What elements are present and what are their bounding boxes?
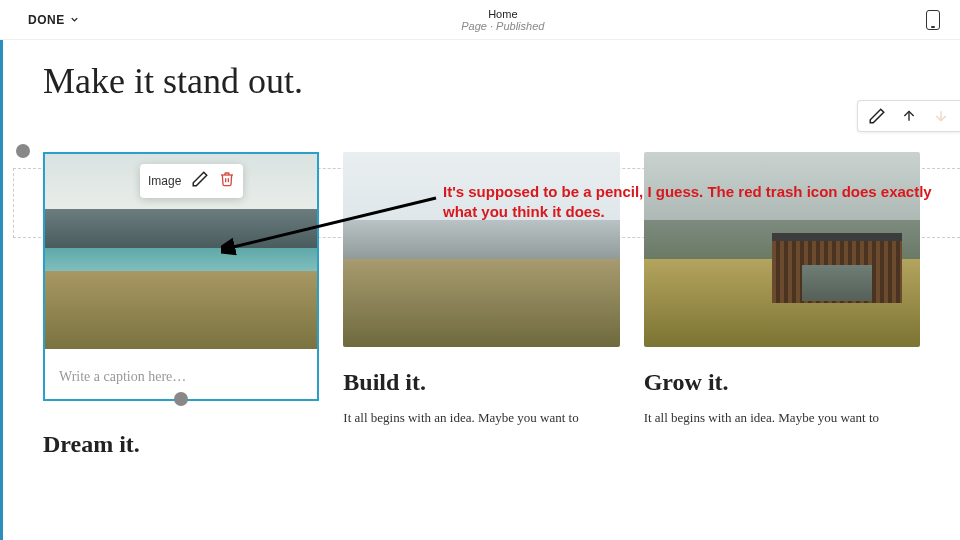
image-edit-button[interactable]: [191, 170, 209, 192]
image-toolbar-label: Image: [148, 174, 181, 188]
pencil-icon: [868, 107, 886, 125]
card-title[interactable]: Build it.: [343, 369, 619, 396]
device-mobile-icon: [926, 10, 940, 30]
page-name: Home: [461, 8, 544, 20]
image-delete-button[interactable]: [219, 171, 235, 191]
block-toolbar: [857, 100, 960, 132]
card-title[interactable]: Dream it.: [43, 431, 319, 458]
editor-canvas: Make it stand out. It's supposed to be a…: [0, 40, 960, 540]
done-label: DONE: [28, 13, 65, 27]
arrow-down-icon: [933, 108, 949, 124]
device-preview-button[interactable]: [926, 10, 940, 30]
done-button[interactable]: DONE: [28, 13, 80, 27]
resize-handle-bottom[interactable]: [174, 392, 188, 406]
page-status: Page · Published: [461, 20, 544, 32]
annotation-text: It's supposed to be a pencil, I guess. T…: [443, 182, 940, 223]
arrow-up-icon: [901, 108, 917, 124]
resize-handle-left[interactable]: [16, 144, 30, 158]
editor-topbar: DONE Home Page · Published: [0, 0, 960, 40]
image-toolbar: Image: [140, 164, 243, 198]
svg-line-2: [229, 198, 436, 248]
chevron-down-icon: [69, 14, 80, 25]
move-up-button[interactable]: [900, 107, 918, 125]
caption-input[interactable]: Write a caption here…: [59, 369, 186, 385]
page-title[interactable]: Make it stand out.: [43, 60, 920, 102]
edit-button[interactable]: [868, 107, 886, 125]
topbar-page-info: Home Page · Published: [461, 8, 544, 32]
card-title[interactable]: Grow it.: [644, 369, 920, 396]
trash-icon: [219, 171, 235, 187]
pencil-icon: [191, 170, 209, 188]
annotation-arrow: [221, 196, 441, 256]
cabin-graphic: [772, 233, 902, 303]
move-down-button[interactable]: [932, 107, 950, 125]
card-body[interactable]: It all begins with an idea. Maybe you wa…: [343, 408, 619, 428]
card-body[interactable]: It all begins with an idea. Maybe you wa…: [644, 408, 920, 428]
